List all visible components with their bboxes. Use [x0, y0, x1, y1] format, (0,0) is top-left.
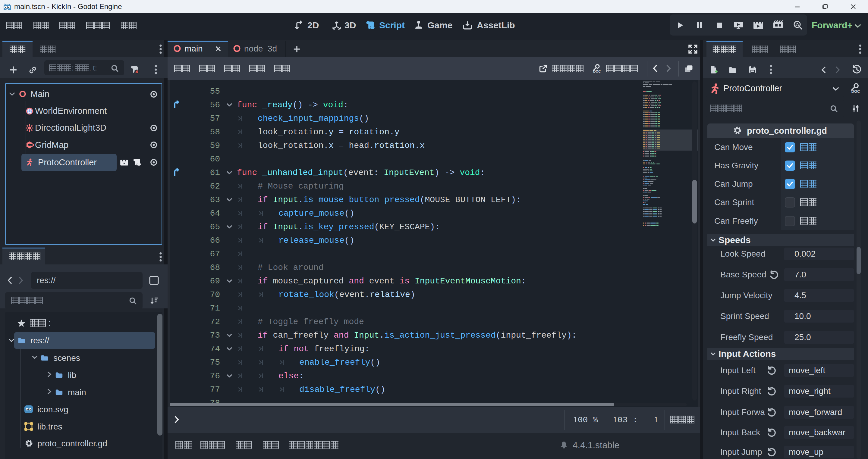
svg-text:DOC: DOC: [593, 70, 601, 73]
svg-text:DOC: DOC: [851, 89, 860, 94]
